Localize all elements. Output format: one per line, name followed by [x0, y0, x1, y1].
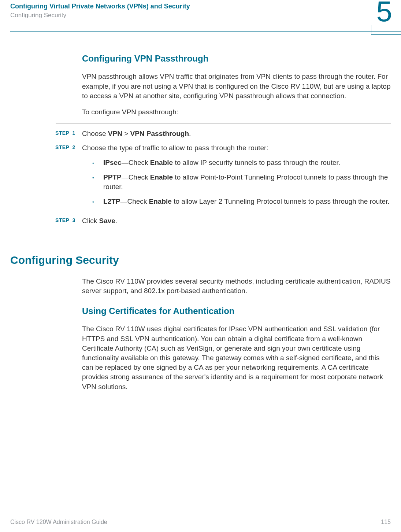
step-1-mid: >	[122, 130, 130, 137]
heading-certificates: Using Certificates for Authentication	[82, 306, 391, 316]
bullet-dot-icon: •	[92, 197, 103, 206]
bullet-l2tp-mid: —Check	[120, 197, 149, 205]
step-3: STEP 3 Click Save.	[55, 216, 391, 226]
body-content: Configuring VPN Passthrough VPN passthro…	[82, 39, 391, 391]
step-1-label: STEP 1	[55, 129, 82, 138]
step-3-bold1: Save	[99, 217, 115, 225]
step-1-body: Choose VPN > VPN Passthrough.	[82, 129, 391, 138]
footer-guide-name: Cisco RV 120W Administration Guide	[10, 519, 107, 525]
bullet-pptp: • PPTP—Check Enable to allow Point-to-Po…	[92, 173, 391, 192]
step-2-bullets: • IPsec—Check Enable to allow IP securit…	[82, 158, 391, 207]
step-1-prefix: Choose	[82, 130, 108, 137]
security-para-1: The Cisco RV 110W provides several secur…	[82, 277, 391, 296]
step-3-body: Click Save.	[82, 216, 391, 226]
chapter-number: 5	[376, 0, 392, 26]
heading-vpn-passthrough: Configuring VPN Passthrough	[82, 53, 391, 64]
bullet-pptp-bold2: Enable	[150, 173, 173, 181]
header-rule	[10, 31, 401, 32]
bullet-ipsec: • IPsec—Check Enable to allow IP securit…	[92, 158, 391, 167]
bullet-ipsec-body: IPsec—Check Enable to allow IP security …	[103, 158, 391, 167]
step-2-body: Choose the type of traffic to allow to p…	[82, 143, 391, 212]
step-1-suffix: .	[189, 130, 191, 137]
vpn-pass-para-2: To configure VPN passthrough:	[82, 107, 391, 117]
header-title: Configuring Virtual Private Networks (VP…	[10, 2, 391, 11]
bullet-ipsec-bold2: Enable	[150, 159, 173, 166]
bullet-ipsec-mid: —Check	[122, 159, 150, 166]
bullet-dot-icon: •	[92, 158, 103, 167]
footer-page-number: 115	[381, 519, 391, 525]
step-3-prefix: Click	[82, 217, 99, 225]
step-1-bold2: VPN Passthrough	[130, 130, 189, 137]
certs-para-1: The Cisco RV 110W uses digital certifica…	[82, 324, 391, 392]
bullet-l2tp: • L2TP—Check Enable to allow Layer 2 Tun…	[92, 197, 391, 206]
step-3-label: STEP 3	[55, 216, 82, 226]
bullet-l2tp-bold2: Enable	[149, 197, 172, 205]
bullet-pptp-mid: —Check	[122, 173, 150, 181]
bullet-pptp-body: PPTP—Check Enable to allow Point-to-Poin…	[103, 173, 391, 192]
bullet-l2tp-bold1: L2TP	[103, 197, 120, 205]
heading-configuring-security: Configuring Security	[10, 254, 391, 266]
step-1-bold1: VPN	[108, 130, 122, 137]
vpn-pass-para-1: VPN passthrough allows VPN traffic that …	[82, 72, 391, 101]
page-header: Configuring Virtual Private Networks (VP…	[10, 0, 391, 39]
bullet-ipsec-rest: to allow IP security tunnels to pass thr…	[173, 159, 340, 166]
step-2-text: Choose the type of traffic to allow to p…	[82, 143, 391, 153]
bullet-l2tp-rest: to allow Layer 2 Tunneling Protocol tunn…	[172, 197, 390, 205]
bullet-pptp-bold1: PPTP	[103, 173, 122, 181]
step-1: STEP 1 Choose VPN > VPN Passthrough.	[55, 129, 391, 138]
step-3-suffix: .	[115, 217, 117, 225]
step-2: STEP 2 Choose the type of traffic to all…	[55, 143, 391, 212]
bullet-l2tp-body: L2TP—Check Enable to allow Layer 2 Tunne…	[103, 197, 391, 206]
steps-rule-bottom	[56, 231, 391, 231]
step-2-label: STEP 2	[55, 143, 82, 212]
bullet-ipsec-bold1: IPsec	[103, 159, 122, 166]
page-container: Configuring Virtual Private Networks (VP…	[0, 0, 401, 532]
header-subtitle: Configuring Security	[10, 11, 391, 19]
bullet-dot-icon: •	[92, 173, 103, 192]
steps-rule-top	[56, 123, 391, 124]
page-footer: Cisco RV 120W Administration Guide 115	[10, 515, 391, 525]
chapter-box-decor	[371, 25, 401, 35]
